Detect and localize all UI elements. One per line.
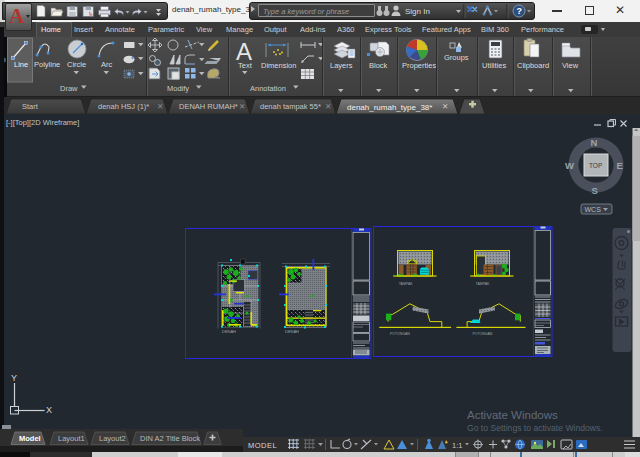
svg-text:✕: ✕ [239, 102, 245, 111]
svg-text:Block: Block [369, 61, 388, 70]
svg-text:Dimension: Dimension [261, 61, 296, 70]
svg-text:MODEL: MODEL [248, 441, 277, 450]
svg-text:Arc: Arc [101, 60, 113, 69]
svg-text:Groups: Groups [444, 53, 469, 62]
svg-text:[-][Top][2D Wireframe]: [-][Top][2D Wireframe] [6, 118, 79, 127]
svg-text:DENAH: DENAH [285, 329, 299, 334]
svg-text:Modify: Modify [167, 84, 189, 93]
svg-text:TOP: TOP [589, 162, 602, 169]
svg-text:Sign In: Sign In [405, 7, 430, 16]
svg-text:✕: ✕ [325, 102, 331, 111]
svg-text:Polyline: Polyline [34, 60, 60, 69]
svg-text:Line: Line [14, 60, 28, 69]
svg-text:DENAH RUMAH*: DENAH RUMAH* [179, 102, 238, 111]
svg-text:DIN A2 Title Block: DIN A2 Title Block [140, 434, 200, 443]
svg-text:✕: ✕ [442, 102, 448, 111]
svg-text:N: N [591, 137, 598, 148]
svg-text:Layers: Layers [330, 61, 353, 70]
svg-text:TAMPAK: TAMPAK [399, 282, 414, 286]
svg-text:?: ? [517, 6, 523, 16]
svg-text:Go to Settings to activate Win: Go to Settings to activate Windows. [467, 423, 603, 433]
svg-text:Y: Y [11, 373, 17, 383]
svg-text:View: View [562, 61, 579, 70]
svg-text:Layout1: Layout1 [58, 434, 85, 443]
svg-text:Draw: Draw [60, 84, 78, 93]
svg-text:1:1: 1:1 [452, 441, 462, 450]
svg-text:Clipboard: Clipboard [517, 61, 549, 70]
svg-text:S: S [592, 185, 598, 196]
svg-text:W: W [565, 160, 574, 171]
svg-text:Text: Text [238, 61, 253, 70]
svg-text:Layout2: Layout2 [99, 434, 126, 443]
svg-text:WCS: WCS [585, 206, 602, 213]
svg-text:Utilities: Utilities [482, 61, 506, 70]
svg-text:denah_rumah_type_38*: denah_rumah_type_38* [347, 103, 432, 112]
svg-text:DENAH: DENAH [222, 329, 236, 334]
svg-text:Start: Start [22, 102, 39, 111]
svg-text:POTONGAN: POTONGAN [472, 332, 492, 336]
svg-text:E: E [617, 160, 623, 171]
svg-text:X: X [46, 405, 52, 415]
svg-text:Model: Model [19, 434, 41, 443]
svg-text:TAMPAK: TAMPAK [476, 282, 491, 286]
svg-text:Properties: Properties [402, 61, 436, 70]
svg-text:Circle: Circle [67, 60, 86, 69]
svg-text:POTONGAN: POTONGAN [390, 332, 410, 336]
svg-text:denah tampak 55*: denah tampak 55* [260, 102, 321, 111]
svg-text:✕: ✕ [157, 102, 163, 111]
svg-text:Annotation: Annotation [250, 84, 286, 93]
svg-text:Activate Windows: Activate Windows [467, 409, 558, 421]
svg-text:denah HSJ (1)*: denah HSJ (1)* [98, 102, 149, 111]
